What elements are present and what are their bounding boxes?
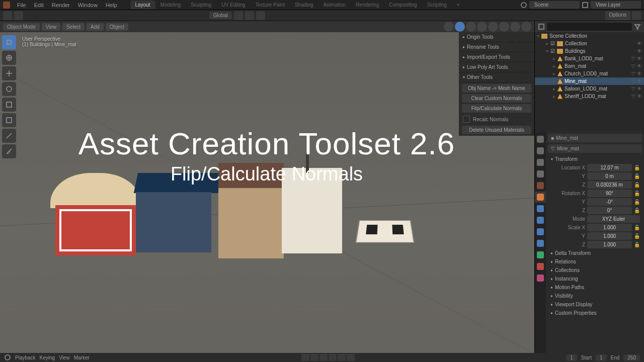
overlay-toggle-icon[interactable]	[455, 22, 465, 32]
cursor-tool-icon[interactable]	[3, 11, 12, 20]
shading-render-icon[interactable]	[510, 22, 520, 32]
menu-help[interactable]: Help	[102, 2, 121, 8]
data-name-field[interactable]: ▽ Mine_mat	[548, 144, 642, 153]
select-tool-icon[interactable]	[14, 11, 23, 20]
object-name-field[interactable]: ■ Mine_mat	[548, 134, 642, 142]
prop-tab-data[interactable]	[535, 249, 546, 260]
visibility-section[interactable]: Visibility	[548, 292, 642, 300]
end-frame-field[interactable]: 250	[623, 354, 640, 361]
workspace-tab[interactable]: Modeling	[155, 1, 186, 9]
prop-tab-texture[interactable]	[535, 273, 546, 284]
shading-matcap-icon[interactable]	[499, 22, 509, 32]
prop-tab-modifier[interactable]	[535, 203, 546, 214]
lock-icon[interactable]: 🔓	[634, 199, 640, 205]
lock-icon[interactable]: 🔓	[634, 165, 640, 170]
npanel-section[interactable]: Low Poly Art Tools	[459, 62, 534, 72]
scale-z-field[interactable]: 1.000	[587, 241, 632, 248]
flip-normals-button[interactable]: Flip/Calculate Normals	[462, 104, 531, 113]
tree-buildings[interactable]: ▾☑Buildings👁	[535, 47, 644, 55]
object-menu[interactable]: Object	[106, 23, 128, 31]
lock-icon[interactable]: 🔓	[634, 242, 640, 247]
prop-tab-scene[interactable]	[535, 168, 546, 179]
tree-scene-collection[interactable]: ▾Scene Collection	[535, 32, 644, 40]
select-menu[interactable]: Select	[62, 23, 85, 31]
keying-menu[interactable]: Keying	[40, 355, 55, 360]
rotation-mode-select[interactable]: XYZ Euler	[587, 215, 640, 223]
location-y-field[interactable]: 0 m	[587, 172, 632, 180]
workspace-tab[interactable]: Shading	[290, 1, 318, 9]
workspace-tab[interactable]: Scripting	[422, 1, 452, 9]
play-reverse-icon[interactable]	[319, 354, 328, 361]
lock-icon[interactable]: 🔓	[634, 182, 640, 188]
cursor-tool[interactable]	[2, 51, 16, 65]
lock-icon[interactable]: 🔓	[634, 208, 640, 213]
lock-icon[interactable]: 🔓	[634, 191, 640, 196]
tree-item[interactable]: ▸Barn_mat▽ 👁	[535, 62, 644, 70]
prop-tab-output[interactable]	[535, 145, 546, 156]
instancing-section[interactable]: Instancing	[548, 275, 642, 283]
rotation-z-field[interactable]: 0°	[587, 207, 632, 214]
snap-icon[interactable]	[245, 11, 254, 20]
scale-tool[interactable]	[2, 98, 16, 112]
playback-menu[interactable]: Playback	[15, 355, 36, 360]
transform-tool[interactable]	[2, 113, 16, 127]
orientation-select[interactable]: Global	[209, 12, 232, 19]
prop-tab-object[interactable]	[535, 192, 546, 203]
motionpaths-section[interactable]: Motion Paths	[548, 283, 642, 292]
viewlayer-field[interactable]: View Layer	[591, 1, 641, 9]
workspace-tab[interactable]: Sculpting	[186, 1, 216, 9]
current-frame-field[interactable]: 1	[566, 354, 577, 361]
proportional-icon[interactable]	[256, 11, 265, 20]
tree-item[interactable]: ▸Bank_LOD0_mat▽ 👁	[535, 55, 644, 62]
filter-icon[interactable]	[632, 11, 641, 20]
location-z-field[interactable]: 0.030236 m	[587, 181, 632, 189]
workspace-tab[interactable]: Rendering	[351, 1, 384, 9]
recalc-normals-checkbox[interactable]: Recalc Normals	[459, 114, 534, 124]
npanel-section[interactable]: Rename Tools	[459, 42, 534, 52]
add-menu[interactable]: Add	[87, 23, 104, 31]
clear-normals-button[interactable]: Clear Custom Normals	[462, 94, 531, 103]
prop-tab-viewlayer[interactable]	[535, 157, 546, 168]
tree-item[interactable]: ▸Sheriff_LOD0_mat▽ 👁	[535, 93, 644, 100]
scale-x-field[interactable]: 1.000	[587, 224, 632, 231]
lock-icon[interactable]: 🔓	[634, 233, 640, 239]
prop-tab-world[interactable]	[535, 180, 546, 191]
menu-render[interactable]: Render	[48, 2, 74, 8]
npanel-section[interactable]: Import/Export Tools	[459, 52, 534, 62]
obj-to-mesh-button[interactable]: Obj Name -> Mesh Name	[462, 84, 531, 93]
scene-field[interactable]: Scene	[529, 1, 580, 9]
annotate-tool[interactable]	[2, 129, 16, 143]
tree-item[interactable]: ▸Saloon_LOD0_mat▽ 👁	[535, 85, 644, 93]
filter-icon[interactable]	[634, 23, 641, 30]
delta-transform-section[interactable]: Delta Transform	[548, 249, 642, 257]
npanel-section[interactable]: Other Tools	[459, 72, 534, 82]
shading-wire-icon[interactable]	[477, 22, 487, 32]
start-frame-field[interactable]: 1	[596, 354, 607, 361]
marker-menu[interactable]: Marker	[74, 355, 90, 360]
barn-object[interactable]	[50, 173, 141, 253]
select-box-tool[interactable]	[2, 35, 16, 49]
relations-section[interactable]: Relations	[548, 257, 642, 266]
rotate-tool[interactable]	[2, 82, 16, 96]
prop-tab-render[interactable]	[535, 134, 546, 145]
pivot-icon[interactable]	[234, 11, 243, 20]
jump-end-icon[interactable]	[347, 354, 355, 361]
custom-properties-section[interactable]: Custom Properties	[548, 309, 642, 317]
lock-icon[interactable]: 🔓	[634, 225, 640, 230]
collections-section[interactable]: Collections	[548, 266, 642, 275]
view-menu[interactable]: View	[59, 355, 70, 360]
church-object[interactable]	[282, 168, 342, 253]
prop-tab-constraint[interactable]	[535, 238, 546, 249]
move-tool[interactable]	[2, 66, 16, 80]
menu-edit[interactable]: Edit	[30, 2, 48, 8]
workspace-tab[interactable]: UV Editing	[216, 1, 250, 9]
workspace-tab[interactable]: Texture Paint	[251, 1, 290, 9]
gizmo-toggle-icon[interactable]	[444, 22, 454, 32]
keyframe-prev-icon[interactable]	[310, 354, 318, 361]
keyframe-next-icon[interactable]	[338, 354, 346, 361]
bank-object[interactable]	[136, 173, 221, 253]
rotation-x-field[interactable]: 90°	[587, 190, 632, 197]
xray-icon[interactable]	[466, 22, 476, 32]
menu-file[interactable]: File	[13, 2, 30, 8]
jump-start-icon[interactable]	[301, 354, 309, 361]
